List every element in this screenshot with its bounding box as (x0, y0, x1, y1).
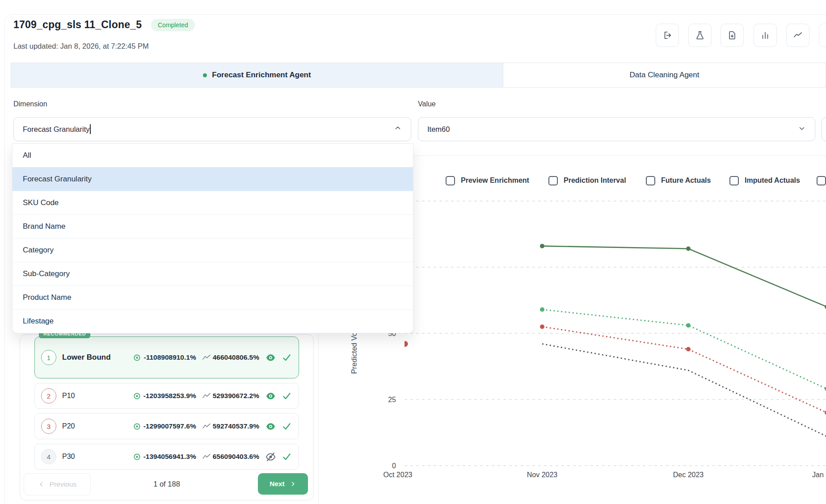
checkbox[interactable] (446, 176, 455, 185)
data-point-marker (686, 247, 691, 251)
checkbox[interactable] (729, 176, 739, 185)
check-icon[interactable] (282, 422, 291, 431)
data-point-marker (686, 347, 691, 352)
target-icon (133, 453, 141, 461)
chart-option-imputed-actuals: Imputed Actuals (729, 175, 800, 186)
results-panel: RECOMMENDED 1 Lower Bound -1108908910.1%… (20, 334, 314, 500)
y-tick-label: 0 (392, 462, 396, 470)
dimension-dropdown: AllForecast GranularitySKU CodeBrand Nam… (12, 143, 413, 333)
metrics-group: -1394056941.3% 656090403.6% (133, 452, 291, 462)
x-tick-label: Dec 2023 (673, 471, 704, 479)
data-point-marker (686, 323, 691, 328)
series-line-series-2-dotted-green (542, 310, 826, 389)
target-icon (133, 422, 141, 431)
metric-trend: 529390672.2% (202, 392, 259, 400)
checkbox-label: Future Actuals (661, 176, 711, 185)
trend-icon (202, 392, 211, 399)
eye-icon[interactable] (266, 391, 276, 401)
check-icon[interactable] (282, 353, 291, 362)
dropdown-option[interactable]: Lifestage (13, 309, 413, 333)
eye-off-icon[interactable] (266, 452, 276, 462)
trend-icon (202, 453, 211, 460)
series-line-series-3-dotted-red (542, 327, 826, 412)
next-button[interactable]: Next (258, 473, 308, 495)
check-icon[interactable] (282, 452, 291, 462)
result-label: P20 (62, 422, 75, 430)
trend-icon (202, 354, 211, 361)
metrics-group: -1203958253.9% 529390672.2% (133, 391, 291, 401)
chart-option-clipped (817, 175, 826, 186)
result-label: P10 (62, 392, 75, 400)
dropdown-option[interactable]: All (13, 144, 413, 167)
result-row-p30[interactable]: 4 P30 -1394056941.3% 656090403.6% (34, 444, 299, 470)
checkbox[interactable] (817, 176, 826, 185)
series-line-series-1-solid-green (542, 246, 826, 307)
eye-icon[interactable] (266, 421, 276, 432)
chart-option-future-actuals: Future Actuals (646, 175, 711, 186)
checkbox[interactable] (646, 176, 655, 185)
result-label: Lower Bound (62, 353, 111, 362)
dropdown-option[interactable]: Product Name (13, 286, 413, 309)
data-point-marker (540, 324, 544, 329)
checkbox[interactable] (548, 176, 558, 185)
checkbox-label: Preview Enrichment (461, 176, 529, 185)
data-point-marker (540, 307, 544, 312)
trend-icon (202, 423, 211, 430)
chevron-right-icon (289, 480, 296, 487)
metric-trend: 656090403.6% (202, 453, 259, 461)
x-tick-label: Oct 2023 (384, 471, 413, 479)
result-row-p10[interactable]: 2 P10 -1203958253.9% 529390672.2% (34, 383, 299, 409)
x-tick-label: Nov 2023 (527, 471, 558, 479)
metric-target: -1394056941.3% (133, 453, 196, 461)
x-tick-label: Jan 2024 (812, 471, 826, 479)
dropdown-option[interactable]: Brand Name (13, 214, 413, 238)
metrics-group: -1108908910.1% 466040806.5% (133, 353, 291, 363)
rank-badge: 4 (41, 449, 56, 464)
forecast-app: 1709_cpg_sls 11_Clone_5 Completed Last u… (0, 0, 826, 504)
target-icon (133, 353, 141, 362)
metric-trend: 592740537.9% (202, 422, 259, 430)
result-label: P30 (62, 453, 75, 461)
dropdown-option[interactable]: Forecast Granularity (13, 167, 413, 191)
result-row-lower-bound[interactable]: 1 Lower Bound -1108908910.1% 466040806.5… (34, 336, 299, 378)
eye-icon[interactable] (266, 353, 276, 363)
chart-option-preview-enrichment: Preview Enrichment (446, 175, 529, 186)
metric-target: -1203958253.9% (133, 392, 196, 400)
metric-trend: 466040806.5% (202, 353, 259, 361)
target-icon (133, 392, 141, 400)
checkbox-label: Prediction Interval (564, 176, 626, 185)
dropdown-option[interactable]: Sub-Category (13, 262, 413, 286)
metric-target: -1299007597.6% (133, 422, 196, 431)
metric-target: -1108908910.1% (133, 353, 196, 362)
chart-option-prediction-interval: Prediction Interval (548, 175, 626, 186)
series-line-series-4-dotted-gray (542, 344, 826, 437)
y-tick-label: 25 (388, 396, 396, 403)
dropdown-option[interactable]: Category (13, 238, 413, 262)
rank-badge: 1 (41, 350, 56, 365)
dropdown-option[interactable]: SKU Code (13, 191, 413, 214)
rank-badge: 2 (41, 388, 56, 403)
result-row-p20[interactable]: 3 P20 -1299007597.6% 592740537.9% (34, 413, 299, 439)
rank-badge: 3 (41, 419, 56, 434)
metrics-group: -1299007597.6% 592740537.9% (133, 421, 291, 432)
check-icon[interactable] (282, 391, 291, 401)
checkbox-label: Imputed Actuals (745, 176, 800, 185)
clipped-data-point (402, 341, 408, 347)
data-point-marker (540, 244, 544, 248)
